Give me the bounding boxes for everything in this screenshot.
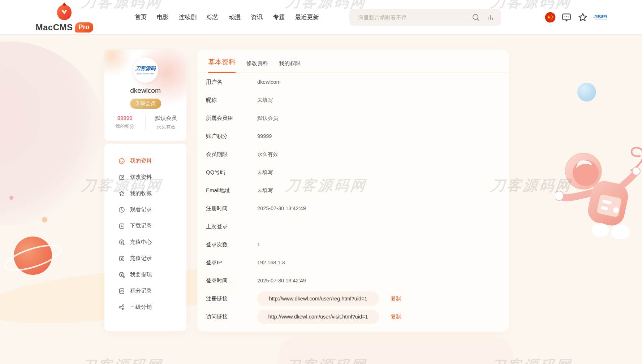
upgrade-member-button[interactable]: 升级会员 [130,99,161,109]
field-value: 默认会员 [257,115,278,122]
logo-pro-badge: Pro [75,22,93,32]
profile-field-row: 昵称 未填写 [206,91,500,109]
recharge-record-icon [118,255,125,262]
main-nav: 首页电影连续剧综艺动漫资讯专题最近更新 [135,0,319,35]
username: dkewlcom [130,87,160,95]
profile-fields: 用户名 dkewlcom 昵称 未填写 所属会员组 默认会员 账户积分 9999… [197,73,509,326]
download-icon [118,222,125,230]
smile-icon [118,157,125,165]
menu-item-label: 下载记录 [130,222,152,229]
mini-logo-subtitle: www.dkewl.com [595,18,606,20]
field-label: Email地址 [206,187,257,194]
site-header: MacCMS Pro 首页电影连续剧综艺动漫资讯专题最近更新 ★ [0,0,642,35]
profile-field-row: 账户积分 99999 [206,127,500,145]
menu-item-label: 我的资料 [130,157,152,164]
profile-tabs: 基本资料 修改资料 我的权限 [197,49,509,73]
sidebar-menu-item[interactable]: 我要提现 [104,266,186,283]
search-input[interactable] [358,14,471,21]
search-icon[interactable] [471,13,480,22]
profile-field-row: 登录IP 192.168.1.3 [206,254,500,272]
sidebar-menu-item[interactable]: 观看记录 [104,202,186,218]
nav-item-6[interactable]: 专题 [273,13,285,21]
field-label: 注册链接 [206,295,257,302]
avatar-logo-subtitle: www.dkewl.com [137,73,154,75]
avatar[interactable]: 刀客源码 www.dkewl.com [133,57,158,83]
profile-detail-card: 基本资料 修改资料 我的权限 用户名 dkewlcom 昵称 未填写 所属会员组… [197,49,509,332]
sidebar-menu-item[interactable]: 修改资料 [104,169,186,185]
copy-button[interactable]: 复制 [391,295,401,302]
svg-text:★: ★ [547,14,551,20]
tab-basic-info[interactable]: 基本资料 [208,57,236,68]
field-value: 192.168.1.3 [257,260,285,265]
member-group-value: 默认会员 [146,115,186,122]
message-icon[interactable] [561,12,572,23]
nav-item-0[interactable]: 首页 [135,13,147,21]
points-icon [118,287,125,295]
logo-name: MacCMS [35,22,73,32]
member-group-label: 永久有效 [146,124,186,130]
profile-field-row: QQ号码 未填写 [206,163,500,181]
field-label: 上次登录 [206,223,257,230]
mini-logo-title: 刀客源码 [594,15,607,18]
link-input[interactable] [257,309,379,324]
menu-item-label: 三级分销 [130,304,152,311]
nav-item-3[interactable]: 综艺 [207,13,219,21]
profile-field-row: 上次登录 [206,217,500,235]
copy-button[interactable]: 复制 [391,313,401,320]
member-group-stat: 默认会员 永久有效 [146,115,186,130]
card-blob-decoration [104,49,132,76]
share-icon [118,304,125,311]
favorite-star-icon[interactable] [577,12,588,23]
menu-item-label: 我的收藏 [130,190,152,197]
menu-item-label: 我要提现 [130,271,152,278]
field-label: 会员期限 [206,151,257,158]
menu-item-label: 积分记录 [130,287,152,294]
profile-field-row: 登录次数 1 [206,235,500,254]
field-label: 访问链接 [206,313,257,320]
avatar-logo-title: 刀客源码 [135,65,156,72]
sidebar-menu-item[interactable]: 我的资料 [104,153,186,169]
profile-field-row: 所属会员组 默认会员 [206,109,500,127]
field-value: 未填写 [257,169,273,176]
points-stat: 99999 我的积分 [104,115,146,130]
withdraw-icon [118,271,125,278]
tab-permissions[interactable]: 我的权限 [279,60,301,68]
sidebar-menu-item[interactable]: 下载记录 [104,218,186,234]
profile-link-row: 注册链接 复制 [206,290,500,308]
profile-card: 刀客源码 www.dkewl.com dkewlcom 升级会员 99999 我… [104,49,186,141]
link-input[interactable] [257,291,379,306]
sidebar-menu-item[interactable]: 我的收藏 [104,185,186,202]
nav-item-7[interactable]: 最近更新 [295,13,319,21]
profile-field-row: 用户名 dkewlcom [206,73,500,91]
tomato-logo-icon [55,1,74,22]
search-box [349,9,501,26]
menu-item-label: 修改资料 [130,174,152,181]
field-label: 登录IP [206,259,257,266]
star-icon [118,190,125,197]
field-label: QQ号码 [206,169,257,176]
sidebar-menu-item[interactable]: 充值记录 [104,250,186,266]
field-label: 登录次数 [206,241,257,248]
field-label: 用户名 [206,79,257,86]
nav-item-2[interactable]: 连续剧 [179,13,197,21]
site-logo[interactable]: MacCMS Pro [35,1,93,32]
tab-edit-info[interactable]: 修改资料 [246,60,268,68]
edit-icon [118,174,125,181]
nav-item-1[interactable]: 电影 [157,13,169,21]
china-flag-icon[interactable]: ★ [545,12,556,23]
dkewl-mini-logo[interactable]: 刀客源码 www.dkewl.com [594,15,607,20]
field-value: 2025-07-30 13:42:49 [257,205,306,211]
sidebar-menu-item[interactable]: 积分记录 [104,283,186,299]
points-label: 我的积分 [104,123,145,130]
sidebar-menu-item[interactable]: 三级分销 [104,299,186,315]
field-label: 账户积分 [206,133,257,140]
sidebar-menu: 我的资料 修改资料 我的收藏 观看记录 下载记录 充值中心 充值记录 我要提现 … [104,144,186,331]
field-value: 1 [257,242,260,247]
nav-item-5[interactable]: 资讯 [251,13,263,21]
nav-item-4[interactable]: 动漫 [229,13,241,21]
profile-field-row: 会员期限 永久有效 [206,145,500,163]
ranking-bars-icon[interactable] [486,13,495,22]
sidebar-menu-item[interactable]: 充值中心 [104,234,186,250]
field-value: 未填写 [257,97,273,104]
field-label: 昵称 [206,97,257,104]
